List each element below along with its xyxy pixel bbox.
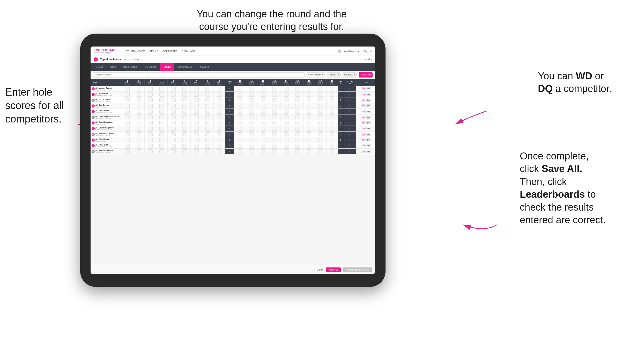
dq-button[interactable]: DQ (366, 133, 371, 136)
hole-score-input[interactable] (238, 93, 242, 97)
dq-button[interactable]: DQ (366, 139, 371, 141)
hole-score-input[interactable] (205, 93, 210, 97)
hole-score-input[interactable] (182, 93, 187, 97)
hole-score-input[interactable] (205, 104, 210, 108)
hole-score-input[interactable] (261, 149, 265, 153)
hole-score-input[interactable] (238, 87, 242, 91)
dq-button[interactable]: DQ (366, 150, 371, 153)
hole-score-input[interactable] (307, 87, 311, 91)
hole-score-input[interactable] (249, 104, 254, 108)
hole-score-input[interactable] (295, 87, 300, 91)
dq-button[interactable]: DQ (366, 121, 371, 124)
wd-button[interactable]: WD (361, 99, 366, 102)
hole-score-input[interactable] (148, 115, 153, 119)
hole-score-input[interactable] (148, 149, 153, 153)
publish-round-button[interactable]: Publish Round Scores (343, 267, 372, 272)
hole-score-input[interactable] (182, 121, 187, 125)
hole-score-input[interactable] (249, 87, 254, 91)
hole-score-input[interactable] (217, 93, 221, 97)
wd-button[interactable]: WD (361, 127, 366, 130)
hole-score-input[interactable] (307, 138, 311, 142)
hole-score-input[interactable] (182, 144, 187, 148)
hole-score-input[interactable] (148, 87, 153, 91)
hole-score-input[interactable] (137, 93, 141, 97)
filter-team-select[interactable]: Filter by team ▾ (307, 72, 325, 78)
hole-score-input[interactable] (284, 110, 288, 114)
hole-score-input[interactable] (261, 115, 265, 119)
hole-score-input[interactable] (284, 115, 288, 119)
wd-button[interactable]: WD (361, 133, 366, 136)
hole-score-input[interactable] (182, 110, 187, 114)
dq-button[interactable]: DQ (366, 144, 371, 147)
nav-rankings[interactable]: RANKINGS (182, 50, 195, 52)
hole-score-input[interactable] (318, 87, 323, 91)
hole-score-input[interactable] (330, 127, 334, 131)
hole-score-input[interactable] (249, 93, 254, 97)
hole-score-input[interactable] (272, 115, 277, 119)
hole-score-input[interactable] (148, 132, 153, 136)
hole-score-input[interactable] (205, 87, 210, 91)
hole-score-input[interactable] (148, 110, 153, 114)
hole-score-input[interactable] (125, 87, 130, 91)
dq-button[interactable]: DQ (366, 116, 371, 119)
hole-score-input[interactable] (217, 104, 221, 108)
hole-score-input[interactable] (194, 121, 199, 125)
hole-score-input[interactable] (295, 144, 300, 148)
hole-score-input[interactable] (205, 110, 210, 114)
hole-score-input[interactable] (330, 98, 334, 102)
hole-score-input[interactable] (159, 138, 164, 142)
hole-score-input[interactable] (194, 110, 199, 114)
hole-score-input[interactable] (284, 132, 288, 136)
hole-score-input[interactable] (171, 132, 176, 136)
hole-score-input[interactable] (261, 110, 265, 114)
save-all-button[interactable]: Save All (326, 267, 341, 272)
wd-button[interactable]: WD (361, 110, 366, 113)
hole-score-input[interactable] (272, 132, 277, 136)
hole-score-input[interactable] (284, 138, 288, 142)
hole-score-input[interactable] (194, 104, 199, 108)
hole-score-input[interactable] (159, 98, 164, 102)
hole-score-input[interactable] (238, 110, 242, 114)
wd-button[interactable]: WD (361, 104, 366, 107)
hole-score-input[interactable] (137, 149, 141, 153)
cancel-tournament-btn[interactable]: Cancel X (362, 58, 372, 61)
hole-score-input[interactable] (307, 132, 311, 136)
hole-score-input[interactable] (194, 144, 199, 148)
nav-tournaments[interactable]: TOURNAMENTS (126, 50, 145, 52)
hole-score-input[interactable] (159, 110, 164, 114)
hole-score-input[interactable] (125, 132, 130, 136)
hole-score-input[interactable] (238, 121, 242, 125)
hole-score-input[interactable] (205, 98, 210, 102)
hole-score-input[interactable] (330, 87, 334, 91)
hole-score-input[interactable] (159, 93, 164, 97)
hole-score-input[interactable] (238, 149, 242, 153)
hole-score-input[interactable] (261, 93, 265, 97)
hole-score-input[interactable] (318, 121, 323, 125)
hole-score-input[interactable] (307, 104, 311, 108)
hole-score-input[interactable] (182, 87, 187, 91)
hole-score-input[interactable] (159, 132, 164, 136)
dq-button[interactable]: DQ (366, 110, 371, 113)
course-select[interactable]: Course A ▾ (343, 72, 357, 78)
hole-score-input[interactable] (249, 127, 254, 131)
hole-score-input[interactable] (194, 149, 199, 153)
hole-score-input[interactable] (284, 87, 288, 91)
dq-button[interactable]: DQ (366, 93, 371, 96)
hole-score-input[interactable] (238, 115, 242, 119)
hole-score-input[interactable] (171, 110, 176, 114)
tab-leaderboards[interactable]: Leaderboards (174, 63, 195, 71)
hole-score-input[interactable] (272, 98, 277, 102)
hole-score-input[interactable] (171, 144, 176, 148)
hole-score-input[interactable] (272, 144, 277, 148)
hole-score-input[interactable] (330, 121, 334, 125)
hole-score-input[interactable] (159, 87, 164, 91)
hole-score-input[interactable] (159, 115, 164, 119)
nav-committee[interactable]: COMMITTEE (162, 50, 178, 52)
hole-score-input[interactable] (217, 138, 221, 142)
search-player-input[interactable] (93, 72, 305, 78)
hole-score-input[interactable] (217, 98, 221, 102)
hole-score-input[interactable] (318, 149, 323, 153)
hole-score-input[interactable] (261, 104, 265, 108)
hole-score-input[interactable] (171, 127, 176, 131)
hole-score-input[interactable] (125, 149, 130, 153)
